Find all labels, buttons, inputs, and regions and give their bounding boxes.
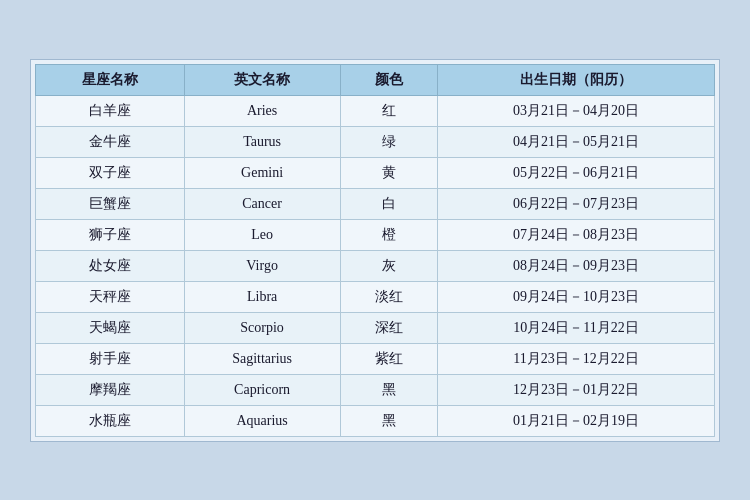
cell-english-name: Aquarius (184, 405, 340, 436)
table-row: 射手座Sagittarius紫红11月23日－12月22日 (36, 343, 715, 374)
cell-birthdate: 12月23日－01月22日 (437, 374, 714, 405)
cell-chinese-name: 射手座 (36, 343, 185, 374)
cell-birthdate: 08月24日－09月23日 (437, 250, 714, 281)
cell-chinese-name: 天蝎座 (36, 312, 185, 343)
cell-birthdate: 05月22日－06月21日 (437, 157, 714, 188)
table-row: 金牛座Taurus绿04月21日－05月21日 (36, 126, 715, 157)
cell-chinese-name: 白羊座 (36, 95, 185, 126)
table-row: 摩羯座Capricorn黑12月23日－01月22日 (36, 374, 715, 405)
cell-chinese-name: 金牛座 (36, 126, 185, 157)
cell-birthdate: 03月21日－04月20日 (437, 95, 714, 126)
table-header-row: 星座名称 英文名称 颜色 出生日期（阳历） (36, 64, 715, 95)
zodiac-table: 星座名称 英文名称 颜色 出生日期（阳历） 白羊座Aries红03月21日－04… (35, 64, 715, 437)
cell-chinese-name: 狮子座 (36, 219, 185, 250)
cell-chinese-name: 处女座 (36, 250, 185, 281)
cell-birthdate: 10月24日－11月22日 (437, 312, 714, 343)
cell-color: 黑 (340, 374, 437, 405)
header-color: 颜色 (340, 64, 437, 95)
cell-birthdate: 01月21日－02月19日 (437, 405, 714, 436)
cell-birthdate: 11月23日－12月22日 (437, 343, 714, 374)
cell-english-name: Capricorn (184, 374, 340, 405)
header-english-name: 英文名称 (184, 64, 340, 95)
cell-chinese-name: 双子座 (36, 157, 185, 188)
cell-color: 紫红 (340, 343, 437, 374)
cell-color: 红 (340, 95, 437, 126)
cell-color: 白 (340, 188, 437, 219)
cell-color: 深红 (340, 312, 437, 343)
cell-english-name: Libra (184, 281, 340, 312)
cell-english-name: Gemini (184, 157, 340, 188)
cell-birthdate: 09月24日－10月23日 (437, 281, 714, 312)
cell-chinese-name: 摩羯座 (36, 374, 185, 405)
cell-birthdate: 06月22日－07月23日 (437, 188, 714, 219)
table-row: 白羊座Aries红03月21日－04月20日 (36, 95, 715, 126)
cell-birthdate: 07月24日－08月23日 (437, 219, 714, 250)
cell-color: 黄 (340, 157, 437, 188)
cell-color: 淡红 (340, 281, 437, 312)
cell-english-name: Virgo (184, 250, 340, 281)
cell-chinese-name: 天秤座 (36, 281, 185, 312)
table-row: 双子座Gemini黄05月22日－06月21日 (36, 157, 715, 188)
table-row: 水瓶座Aquarius黑01月21日－02月19日 (36, 405, 715, 436)
cell-english-name: Aries (184, 95, 340, 126)
table-row: 处女座Virgo灰08月24日－09月23日 (36, 250, 715, 281)
header-chinese-name: 星座名称 (36, 64, 185, 95)
cell-color: 绿 (340, 126, 437, 157)
cell-english-name: Sagittarius (184, 343, 340, 374)
header-birthdate: 出生日期（阳历） (437, 64, 714, 95)
cell-english-name: Taurus (184, 126, 340, 157)
cell-english-name: Cancer (184, 188, 340, 219)
table-row: 巨蟹座Cancer白06月22日－07月23日 (36, 188, 715, 219)
cell-chinese-name: 巨蟹座 (36, 188, 185, 219)
cell-color: 橙 (340, 219, 437, 250)
cell-english-name: Leo (184, 219, 340, 250)
cell-color: 黑 (340, 405, 437, 436)
table-row: 天秤座Libra淡红09月24日－10月23日 (36, 281, 715, 312)
table-row: 狮子座Leo橙07月24日－08月23日 (36, 219, 715, 250)
cell-birthdate: 04月21日－05月21日 (437, 126, 714, 157)
table-row: 天蝎座Scorpio深红10月24日－11月22日 (36, 312, 715, 343)
cell-english-name: Scorpio (184, 312, 340, 343)
table-body: 白羊座Aries红03月21日－04月20日金牛座Taurus绿04月21日－0… (36, 95, 715, 436)
cell-color: 灰 (340, 250, 437, 281)
zodiac-table-container: 星座名称 英文名称 颜色 出生日期（阳历） 白羊座Aries红03月21日－04… (30, 59, 720, 442)
cell-chinese-name: 水瓶座 (36, 405, 185, 436)
